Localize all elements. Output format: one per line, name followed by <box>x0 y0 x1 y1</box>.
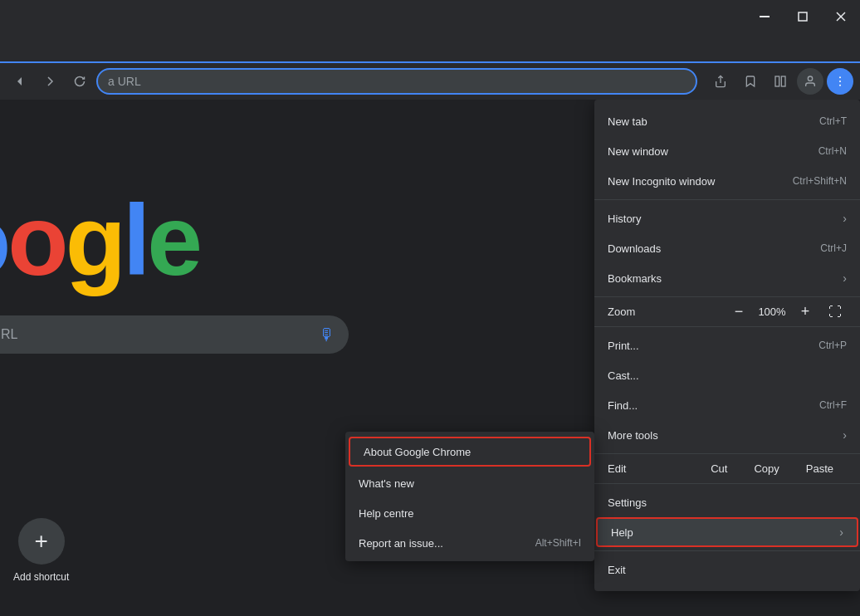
menu-item-help[interactable]: Help › <box>596 517 858 547</box>
paste-button[interactable]: Paste <box>793 459 847 478</box>
title-bar <box>0 0 860 33</box>
more-tools-arrow-icon: › <box>843 428 847 442</box>
menu-item-more-tools[interactable]: More tools › <box>594 420 860 450</box>
maximize-button[interactable] <box>784 0 822 33</box>
about-label: About Google Chrome <box>364 446 471 458</box>
add-shortcut-icon: + <box>18 518 65 565</box>
reload-button[interactable] <box>66 68 93 95</box>
menu-section-tools: Print... Ctrl+P Cast... Find... Ctrl+F M… <box>594 327 860 454</box>
close-button[interactable] <box>822 0 860 33</box>
bookmark-button[interactable] <box>737 68 764 95</box>
svg-point-10 <box>839 85 841 86</box>
back-button[interactable] <box>7 68 33 95</box>
shortcuts-row: 🏪 o Store + Add shortcut <box>0 518 69 583</box>
tab-bar <box>0 33 860 63</box>
submenu-item-help-centre[interactable]: Help centre <box>345 498 594 528</box>
svg-point-8 <box>839 76 841 78</box>
cut-button[interactable]: Cut <box>697 459 740 478</box>
forward-button[interactable] <box>37 68 63 95</box>
microphone-icon[interactable]: 🎙 <box>319 325 335 345</box>
address-bar[interactable]: a URL <box>96 68 697 95</box>
zoom-value: 100% <box>757 306 787 318</box>
svg-rect-0 <box>760 16 770 17</box>
toolbar-right-icons <box>707 68 853 95</box>
chrome-menu-button[interactable] <box>827 68 853 95</box>
help-submenu: About Google Chrome What's new Help cent… <box>345 432 594 561</box>
whats-new-label: What's new <box>359 477 414 490</box>
chrome-menu: New tab Ctrl+T New window Ctrl+N New Inc… <box>594 100 860 591</box>
menu-item-new-tab[interactable]: New tab Ctrl+T <box>594 106 860 136</box>
main-content: oogle a URL 🎙 🏪 o Store + Add shortcut N… <box>0 100 860 616</box>
history-arrow-icon: › <box>843 212 847 225</box>
search-bar[interactable]: a URL 🎙 <box>0 315 349 354</box>
bookmarks-arrow-icon: › <box>843 271 847 285</box>
profile-button[interactable] <box>797 68 823 95</box>
report-issue-label: Report an issue... <box>359 537 443 550</box>
zoom-in-button[interactable]: + <box>794 301 817 324</box>
google-logo: oogle <box>0 183 199 297</box>
svg-rect-6 <box>781 76 785 86</box>
menu-section-exit: Exit <box>594 551 860 588</box>
svg-point-9 <box>839 81 841 82</box>
menu-item-incognito[interactable]: New Incognito window Ctrl+Shift+N <box>594 166 860 196</box>
split-view-button[interactable] <box>767 68 794 95</box>
svg-point-7 <box>808 76 812 81</box>
minimize-button[interactable] <box>745 0 784 33</box>
svg-rect-5 <box>775 76 779 86</box>
menu-item-find[interactable]: Find... Ctrl+F <box>594 390 860 420</box>
menu-item-cast[interactable]: Cast... <box>594 360 860 390</box>
zoom-row: Zoom − 100% + ⛶ <box>594 297 860 327</box>
add-shortcut-label: Add shortcut <box>13 571 69 583</box>
svg-rect-1 <box>799 12 807 21</box>
menu-item-bookmarks[interactable]: Bookmarks › <box>594 263 860 293</box>
share-button[interactable] <box>707 68 734 95</box>
menu-item-exit[interactable]: Exit <box>594 555 860 584</box>
help-arrow-icon: › <box>839 526 843 539</box>
edit-row: Edit Cut Copy Paste <box>594 454 860 484</box>
menu-item-new-window[interactable]: New window Ctrl+N <box>594 136 860 166</box>
help-centre-label: Help centre <box>359 507 413 520</box>
toolbar: a URL <box>0 63 860 100</box>
menu-item-history[interactable]: History › <box>594 203 860 233</box>
shortcut-add[interactable]: + Add shortcut <box>13 518 69 583</box>
address-text: a URL <box>108 75 686 88</box>
menu-item-downloads[interactable]: Downloads Ctrl+J <box>594 233 860 263</box>
zoom-out-button[interactable]: − <box>727 301 750 324</box>
menu-section-nav: History › Downloads Ctrl+J Bookmarks › <box>594 200 860 297</box>
fullscreen-icon[interactable]: ⛶ <box>823 301 847 324</box>
copy-button[interactable]: Copy <box>740 459 792 478</box>
report-issue-shortcut: Alt+Shift+I <box>535 537 581 549</box>
submenu-item-about[interactable]: About Google Chrome <box>349 437 591 467</box>
menu-item-print[interactable]: Print... Ctrl+P <box>594 330 860 360</box>
title-bar-controls <box>745 0 860 33</box>
search-placeholder: a URL <box>0 327 319 342</box>
zoom-controls: − 100% + ⛶ <box>727 301 847 324</box>
menu-section-settings: Settings Help › <box>594 484 860 551</box>
menu-section-new: New tab Ctrl+T New window Ctrl+N New Inc… <box>594 103 860 200</box>
submenu-item-whats-new[interactable]: What's new <box>345 468 594 498</box>
menu-item-settings[interactable]: Settings <box>594 487 860 517</box>
submenu-item-report-issue[interactable]: Report an issue... Alt+Shift+I <box>345 528 594 558</box>
